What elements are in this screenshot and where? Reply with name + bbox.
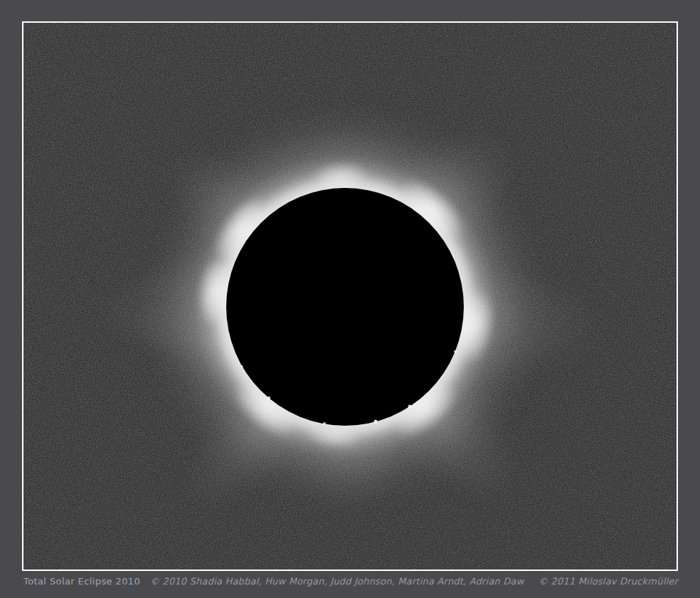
page-background: Total Solar Eclipse 2010 © 2010 Shadia H… — [0, 0, 700, 598]
moon-disk — [226, 188, 464, 426]
photo-credits: © 2010 Shadia Habbal, Huw Morgan, Judd J… — [150, 575, 678, 588]
eclipse-photo — [22, 21, 678, 571]
photo-title: Total Solar Eclipse 2010 — [23, 575, 140, 588]
credit-2011: © 2011 Miloslav Druckmüller — [539, 576, 678, 587]
caption-bar: Total Solar Eclipse 2010 © 2010 Shadia H… — [23, 575, 678, 588]
credit-2010: © 2010 Shadia Habbal, Huw Morgan, Judd J… — [150, 576, 524, 587]
moon-layer — [23, 23, 677, 570]
